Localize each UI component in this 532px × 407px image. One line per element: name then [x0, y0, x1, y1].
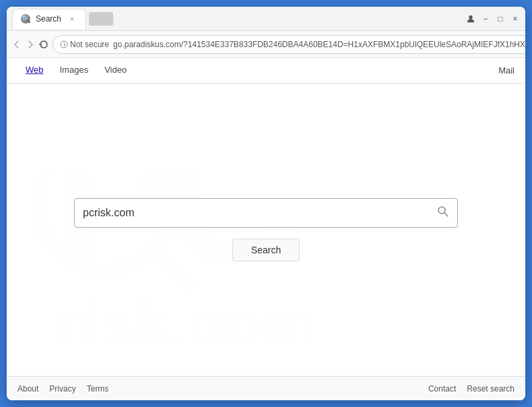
- footer-left-links: About Privacy Terms: [18, 384, 428, 394]
- title-bar: 🔍 Search × − □ ×: [7, 7, 525, 31]
- nav-link-web[interactable]: Web: [18, 59, 52, 82]
- address-input[interactable]: i Not secure go.paradiskus.com/?141534E3…: [53, 35, 525, 54]
- search-icon[interactable]: [437, 206, 449, 221]
- footer-right-links: Contact Reset search: [428, 384, 514, 394]
- refresh-button[interactable]: [39, 36, 48, 53]
- svg-text:i: i: [64, 42, 65, 47]
- footer-about-link[interactable]: About: [18, 384, 38, 394]
- url-display: go.paradiskus.com/?141534E337B833FDB246D…: [113, 40, 525, 49]
- tab-title: Search: [36, 14, 61, 24]
- profile-button[interactable]: [466, 14, 475, 24]
- tab-favicon: 🔍: [21, 14, 30, 24]
- svg-text:risk.com: risk.com: [57, 290, 317, 357]
- main-content: PC risk.com Search: [7, 84, 525, 376]
- search-input[interactable]: [83, 207, 437, 219]
- back-button[interactable]: [12, 36, 22, 53]
- active-tab[interactable]: 🔍 Search ×: [12, 9, 86, 29]
- maximize-button[interactable]: □: [496, 14, 505, 24]
- tab-close-button[interactable]: ×: [67, 13, 77, 24]
- footer-contact-link[interactable]: Contact: [428, 384, 456, 394]
- svg-point-0: [469, 15, 472, 18]
- browser-window: 🔍 Search × − □ × i Not s: [7, 7, 525, 400]
- footer: About Privacy Terms Contact Reset search: [7, 376, 525, 400]
- security-indicator: i Not secure: [60, 40, 109, 49]
- footer-terms-link[interactable]: Terms: [87, 384, 109, 394]
- search-button[interactable]: Search: [232, 239, 300, 261]
- new-tab-button[interactable]: [89, 12, 113, 26]
- tab-area: 🔍 Search ×: [12, 9, 466, 29]
- address-bar: i Not secure go.paradiskus.com/?141534E3…: [7, 31, 525, 58]
- svg-line-8: [444, 213, 448, 216]
- search-container: Search: [64, 198, 468, 261]
- footer-privacy-link[interactable]: Privacy: [49, 384, 75, 394]
- nav-bar: Web Images Video Mail: [7, 58, 525, 84]
- nav-link-video[interactable]: Video: [96, 59, 135, 82]
- window-controls: − □ ×: [466, 14, 520, 24]
- nav-link-images[interactable]: Images: [52, 59, 97, 82]
- not-secure-label: Not secure: [70, 40, 109, 49]
- footer-reset-search-link[interactable]: Reset search: [467, 384, 514, 394]
- search-input-wrapper: [74, 198, 458, 228]
- forward-button[interactable]: [26, 36, 35, 53]
- nav-mail-link[interactable]: Mail: [498, 65, 514, 75]
- close-button[interactable]: ×: [510, 14, 520, 24]
- minimize-button[interactable]: −: [481, 14, 490, 24]
- nav-links: Web Images Video: [18, 59, 498, 82]
